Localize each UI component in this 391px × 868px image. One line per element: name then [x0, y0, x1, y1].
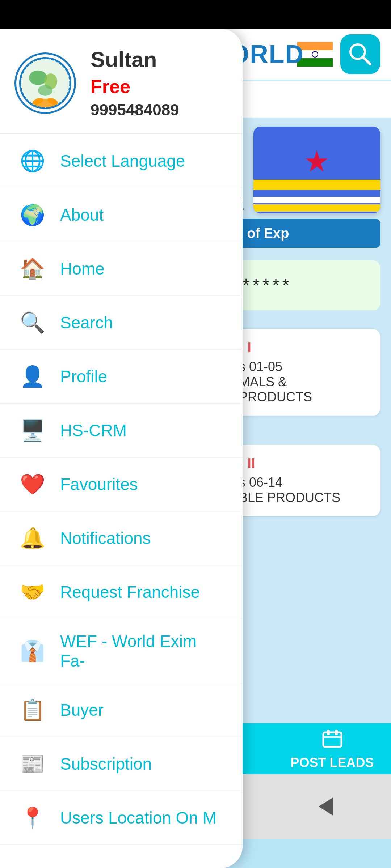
user-plan: Free [91, 76, 179, 97]
hs-crm-icon: 🖥️ [18, 416, 47, 445]
app-logo [14, 52, 76, 114]
drawer-menu: 🌐 Select Language 🌍 About 🏠 Home 🔍 Searc… [0, 134, 243, 845]
aruba-flag: ★ [253, 127, 380, 213]
product-sub-1: s 01-05 [239, 359, 369, 374]
product-label-2: - II [239, 456, 369, 471]
aruba-stripe-2 [253, 197, 380, 203]
menu-label-hs-crm: HS-CRM [60, 421, 127, 440]
home-icon: 🏠 [18, 254, 47, 283]
about-icon: 🌍 [18, 200, 47, 229]
menu-label-home: Home [60, 259, 105, 278]
aruba-stripe-3 [253, 204, 380, 212]
menu-item-home[interactable]: 🏠 Home [0, 242, 243, 296]
aruba-star: ★ [304, 145, 330, 178]
favourites-icon: ❤️ [18, 470, 47, 499]
search-icon: 🔍 [18, 308, 47, 337]
ashoka-chakra [312, 51, 318, 58]
menu-item-about[interactable]: 🌍 About [0, 188, 243, 242]
menu-label-favourites: Favourites [60, 475, 138, 494]
wef-icon: 👔 [18, 637, 47, 665]
user-phone: 9995484089 [91, 101, 179, 119]
menu-item-request-franchise[interactable]: 🤝 Request Franchise [0, 565, 243, 619]
product-sub-3: PRODUCTS [239, 390, 369, 405]
request-franchise-icon: 🤝 [18, 578, 47, 607]
password-field: ***** [243, 275, 292, 295]
menu-label-subscription: Subscription [60, 754, 152, 774]
svg-marker-13 [319, 797, 333, 816]
product-card-1[interactable]: - I s 01-05 MALS & PRODUCTS [228, 329, 380, 416]
product-sub-2: MALS & [239, 374, 369, 390]
menu-item-select-language[interactable]: 🌐 Select Language [0, 134, 243, 188]
product-label-1: - I [239, 340, 369, 356]
menu-item-profile[interactable]: 👤 Profile [0, 350, 243, 404]
buyer-icon: 📋 [18, 695, 47, 724]
menu-item-wef[interactable]: 👔 WEF - World Exim Fa- [0, 619, 243, 683]
notifications-icon: 🔔 [18, 524, 47, 553]
search-button[interactable] [340, 34, 380, 74]
user-info: Sultan Free 9995484089 [91, 47, 179, 119]
country-flag-card[interactable]: ★ [253, 127, 380, 213]
menu-item-notifications[interactable]: 🔔 Notifications [0, 511, 243, 565]
menu-label-buyer: Buyer [60, 700, 104, 720]
post-leads-button[interactable]: POST LEADS [273, 723, 391, 774]
select-language-icon: 🌐 [18, 146, 47, 175]
menu-label-users-location: Users Location On M [60, 808, 216, 827]
user-name: Sultan [91, 47, 179, 72]
drawer-header: Sultan Free 9995484089 [0, 29, 243, 134]
product-sub-5: BLE PRODUCTS [239, 490, 369, 505]
menu-item-subscription[interactable]: 📰 Subscription [0, 737, 243, 791]
menu-item-buyer[interactable]: 📋 Buyer [0, 683, 243, 737]
menu-label-search: Search [60, 313, 113, 332]
svg-rect-8 [327, 730, 330, 735]
menu-label-profile: Profile [60, 367, 107, 386]
menu-item-users-location[interactable]: 📍 Users Location On M [0, 791, 243, 845]
svg-rect-9 [335, 730, 338, 735]
svg-line-1 [363, 57, 370, 64]
product-sub-4: s 06-14 [239, 475, 369, 490]
menu-item-hs-crm[interactable]: 🖥️ HS-CRM [0, 404, 243, 458]
aruba-stripe-1 [253, 180, 380, 190]
status-bar [0, 0, 391, 29]
password-card: ***** [228, 260, 380, 310]
menu-item-search[interactable]: 🔍 Search [0, 296, 243, 350]
svg-rect-6 [323, 732, 341, 747]
menu-label-notifications: Notifications [60, 528, 151, 548]
navigation-drawer: Sultan Free 9995484089 🌐 Select Language… [0, 29, 243, 868]
menu-label-select-language: Select Language [60, 151, 185, 171]
logo-inner [16, 54, 74, 112]
profile-icon: 👤 [18, 362, 47, 391]
menu-label-about: About [60, 205, 104, 225]
subscription-icon: 📰 [18, 749, 47, 778]
menu-item-favourites[interactable]: ❤️ Favourites [0, 458, 243, 511]
nav-back-button[interactable] [308, 788, 344, 825]
svg-point-17 [38, 85, 52, 96]
menu-label-request-franchise: Request Franchise [60, 582, 200, 602]
post-leads-label: POST LEADS [290, 755, 374, 770]
location-icon: 📍 [18, 803, 47, 832]
menu-label-wef: WEF - World Exim Fa- [60, 631, 224, 671]
product-card-2[interactable]: - II s 06-14 BLE PRODUCTS [228, 445, 380, 516]
